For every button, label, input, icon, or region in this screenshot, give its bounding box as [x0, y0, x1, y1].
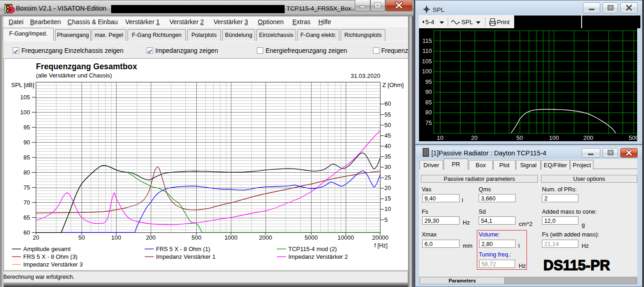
svg-text:15: 15	[384, 195, 391, 202]
svg-text:FRS 5 X - 8 Ohm (3): FRS 5 X - 8 Ohm (3)	[23, 253, 77, 260]
svg-text:200: 200	[146, 234, 156, 241]
svg-text:Z [Ohm]: Z [Ohm]	[383, 82, 404, 88]
svg-text:50: 50	[78, 234, 85, 241]
svg-text:75: 75	[425, 119, 432, 126]
svg-text:500: 500	[629, 134, 637, 141]
svg-text:2000: 2000	[259, 234, 272, 241]
svg-text:SPL [dB]: SPL [dB]	[11, 82, 35, 88]
svg-text:100: 100	[422, 68, 432, 75]
svg-text:50: 50	[516, 134, 523, 141]
svg-text:65: 65	[24, 214, 30, 221]
svg-text:25: 25	[384, 174, 391, 181]
svg-text:105: 105	[422, 58, 432, 65]
svg-text:60: 60	[384, 100, 391, 107]
svg-text:85: 85	[425, 99, 432, 106]
svg-text:90: 90	[24, 139, 30, 146]
svg-text:100: 100	[20, 109, 30, 116]
svg-text:Impedanz Verstärker 2: Impedanz Verstärker 2	[288, 253, 348, 260]
svg-text:60: 60	[24, 229, 30, 236]
svg-text:10: 10	[437, 134, 443, 141]
svg-text:5: 5	[384, 216, 388, 223]
svg-text:85: 85	[24, 154, 30, 161]
svg-text:5000: 5000	[305, 234, 318, 241]
svg-text:Frequenzgang Gesamtbox: Frequenzgang Gesamtbox	[36, 62, 137, 71]
svg-text:31.03.2020: 31.03.2020	[351, 72, 380, 79]
svg-text:40: 40	[384, 143, 391, 149]
svg-text:90: 90	[425, 88, 432, 95]
svg-text:Impedanz Verstärker 3: Impedanz Verstärker 3	[23, 261, 83, 268]
svg-text:Print: Print	[497, 19, 510, 26]
svg-text:Amplitude gesamt: Amplitude gesamt	[23, 246, 71, 252]
svg-text:500: 500	[191, 234, 201, 241]
svg-text:80: 80	[24, 169, 30, 176]
svg-text:50: 50	[384, 122, 391, 128]
svg-text:TCP115-4 mod (2): TCP115-4 mod (2)	[288, 246, 337, 252]
svg-text:20: 20	[33, 234, 39, 241]
svg-text:(alle Verstärker und Chassis): (alle Verstärker und Chassis)	[36, 72, 112, 79]
svg-text:20: 20	[384, 184, 391, 191]
svg-text:95: 95	[24, 124, 30, 131]
svg-text:f [Hz]: f [Hz]	[374, 242, 388, 249]
svg-text:100: 100	[549, 134, 559, 141]
svg-text:20: 20	[471, 134, 477, 141]
svg-text:45: 45	[384, 132, 391, 139]
svg-text:30: 30	[384, 164, 391, 170]
svg-text:75: 75	[24, 184, 30, 191]
svg-text:100: 100	[111, 234, 121, 241]
svg-text:35: 35	[384, 153, 391, 160]
svg-text:1000: 1000	[225, 234, 238, 241]
svg-text:110: 110	[423, 47, 432, 54]
svg-text:95: 95	[425, 78, 432, 85]
svg-text:20000: 20000	[372, 234, 388, 241]
svg-text:10000: 10000	[337, 234, 354, 241]
svg-text:105: 105	[20, 94, 30, 101]
svg-text:80: 80	[425, 109, 432, 116]
svg-text:5-4: 5-4	[425, 19, 434, 26]
svg-text:55: 55	[384, 111, 391, 118]
svg-text:200: 200	[583, 134, 593, 141]
svg-text:SPL: SPL	[461, 19, 473, 26]
svg-text:115: 115	[423, 37, 432, 44]
svg-text:10: 10	[384, 205, 391, 212]
svg-text:FRS 5 X - 8 Ohm (1): FRS 5 X - 8 Ohm (1)	[156, 246, 210, 252]
svg-text:70: 70	[24, 199, 30, 206]
svg-text:Impedanz Verstärker 1: Impedanz Verstärker 1	[156, 253, 216, 260]
